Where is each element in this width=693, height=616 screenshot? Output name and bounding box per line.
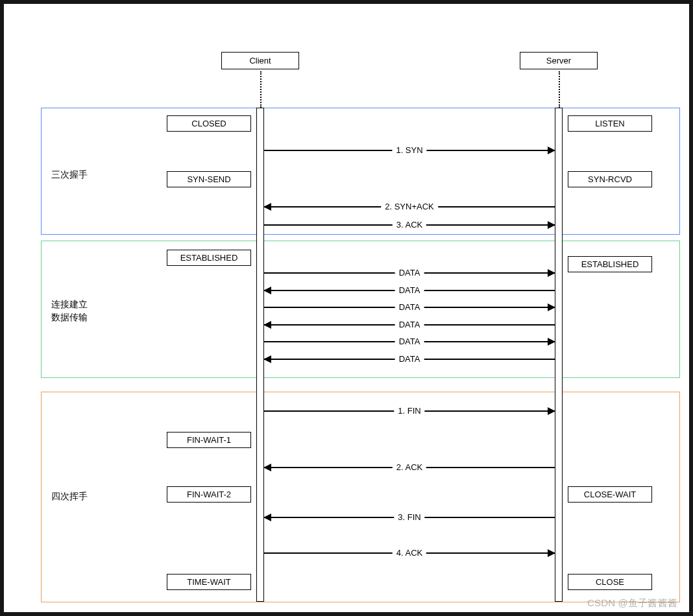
message-label: DATA	[395, 302, 424, 312]
message-label: DATA	[395, 268, 424, 278]
activation-client	[256, 108, 264, 602]
activation-server	[555, 108, 563, 602]
message-arrow: DATA	[264, 272, 555, 274]
client-state: TIME-WAIT	[167, 574, 251, 590]
message-arrow: 2. SYN+ACK	[264, 206, 555, 207]
phase-label-established: 连接建立 数据传输	[51, 298, 88, 324]
lifeline-server-stem	[559, 71, 560, 108]
message-arrow: 1. SYN	[264, 150, 555, 151]
arrowhead-right-icon	[548, 407, 555, 415]
server-state: CLOSE-WAIT	[568, 486, 652, 503]
phase-label-handshake: 三次握手	[51, 169, 88, 182]
client-state: FIN-WAIT-2	[167, 486, 251, 503]
arrowhead-right-icon	[548, 303, 555, 311]
message-label: 3. FIN	[394, 512, 424, 522]
server-state: CLOSE	[568, 574, 652, 590]
message-label: DATA	[395, 354, 424, 364]
server-state: ESTABLISHED	[568, 256, 652, 272]
arrowhead-right-icon	[548, 221, 555, 229]
arrowhead-left-icon	[263, 464, 271, 471]
message-label: 2. ACK	[393, 462, 426, 472]
arrowhead-left-icon	[263, 355, 271, 363]
arrowhead-left-icon	[263, 514, 271, 521]
sequence-diagram: { "actors": { "client": "Client", "serve…	[4, 4, 689, 612]
client-state: ESTABLISHED	[167, 250, 251, 266]
actor-server: Server	[520, 52, 598, 69]
client-state: CLOSED	[167, 115, 251, 132]
arrowhead-right-icon	[548, 549, 555, 557]
arrowhead-right-icon	[548, 269, 555, 277]
message-label: 1. SYN	[392, 145, 426, 155]
server-state: LISTEN	[568, 115, 652, 132]
message-label: 1. FIN	[394, 406, 424, 416]
message-label: 2. SYN+ACK	[381, 202, 438, 211]
arrowhead-right-icon	[548, 147, 555, 154]
arrowhead-left-icon	[263, 321, 271, 329]
actor-client-label: Client	[249, 56, 271, 65]
arrowhead-left-icon	[263, 203, 271, 211]
client-state: FIN-WAIT-1	[167, 432, 251, 448]
message-label: 3. ACK	[393, 220, 426, 230]
message-label: DATA	[395, 285, 424, 295]
server-state: SYN-RCVD	[568, 171, 652, 187]
message-arrow: DATA	[264, 290, 555, 291]
message-arrow: DATA	[264, 307, 555, 308]
message-label: DATA	[395, 337, 424, 346]
message-arrow: DATA	[264, 359, 555, 360]
message-arrow: DATA	[264, 324, 555, 326]
watermark: CSDN @鱼子酱酱酱	[587, 597, 677, 610]
actor-client: Client	[221, 52, 299, 69]
client-state: SYN-SEND	[167, 171, 251, 187]
message-arrow: 3. ACK	[264, 224, 555, 226]
arrowhead-left-icon	[263, 287, 271, 294]
message-label: 4. ACK	[393, 548, 426, 558]
lifeline-client-stem	[260, 71, 261, 108]
phase-label-wave: 四次挥手	[51, 490, 88, 503]
message-arrow: 3. FIN	[264, 517, 555, 518]
message-arrow: DATA	[264, 341, 555, 342]
actor-server-label: Server	[546, 56, 571, 65]
message-arrow: 4. ACK	[264, 552, 555, 554]
message-arrow: 2. ACK	[264, 467, 555, 468]
arrowhead-right-icon	[548, 338, 555, 346]
message-arrow: 1. FIN	[264, 410, 555, 412]
message-label: DATA	[395, 320, 424, 329]
